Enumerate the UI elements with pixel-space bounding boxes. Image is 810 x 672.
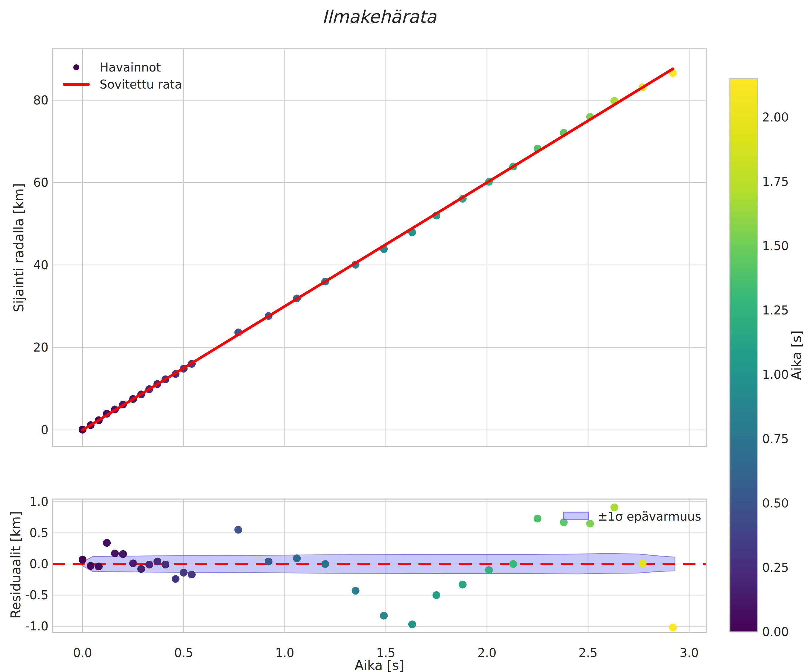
chart-title: Ilmakehärata [52,7,706,27]
x-tick-label: 0.5 [163,646,204,660]
x-tick-label: 2.0 [466,646,508,660]
residual-point [235,526,242,534]
residual-point [145,561,153,569]
residual-point [432,591,440,599]
residual-point [639,559,647,567]
x-tick-label: 0.0 [62,646,103,660]
colorbar-tick-label: 0.75 [762,432,810,446]
legend-label-uncertainty: ±1σ epävarmuus [597,509,701,523]
residual-y-tick-label: -0.5 [0,588,49,602]
residual-point [172,575,179,583]
residual-point [87,562,94,570]
legend-label-fit: Sovitettu rata [100,77,182,91]
colorbar-tick-label: 1.75 [762,174,810,189]
colorbar-tick-label: 1.00 [762,367,810,382]
residual-point [408,621,416,628]
residual-point [321,560,329,568]
residual-point [129,559,137,567]
residual-point [162,561,169,569]
residual-point [293,554,301,562]
legend-label-observations: Havainnot [100,60,161,74]
residual-point [485,566,493,574]
residual-point [95,562,103,570]
residual-y-tick-label: 0.5 [0,526,49,540]
colorbar-gradient [730,79,758,632]
top-y-tick-label: 0 [0,423,49,437]
fit-line [83,69,673,430]
top-y-axis-label: Sijainti radalla [km] [11,183,26,312]
colorbar-tick-label: 0.00 [762,625,810,639]
residual-point [79,555,86,563]
uncertainty-band-swatch-icon [563,512,589,520]
residual-point [180,569,187,577]
residual-point [188,571,196,578]
residual-point [103,539,111,547]
top-y-tick-label: 40 [0,258,49,272]
colorbar-tick-label: 0.50 [762,496,810,510]
residual-point [533,515,542,522]
x-tick-label: 1.0 [264,646,306,660]
observations-marker-icon [73,64,79,70]
fit-line-swatch-icon [63,83,90,86]
top-y-tick-label: 20 [0,340,49,355]
x-tick-label: 1.5 [365,646,407,660]
x-tick-label: 2.5 [567,646,609,660]
residual-y-tick-label: 1.0 [0,495,49,509]
x-tick-label: 3.0 [668,646,710,660]
top-y-tick-label: 80 [0,93,49,107]
residual-point [380,612,388,620]
colorbar-tick-label: 0.25 [762,561,810,575]
figure-canvas: Ilmakehärata Sijainti radalla [km] Resid… [0,0,810,672]
residual-y-tick-label: -1.0 [0,619,49,633]
residual-y-tick-label: 0.0 [0,557,49,571]
residual-point [265,558,272,566]
residual-point [510,560,517,568]
residual-point [137,565,145,573]
residual-point [154,558,161,566]
residual-point [352,587,359,594]
residual-point [586,520,594,527]
residual-point [119,550,127,558]
top-y-tick-label: 60 [0,176,49,190]
colorbar-tick-label: 1.25 [762,303,810,317]
colorbar-tick-label: 1.50 [762,239,810,253]
colorbar-tick-label: 2.00 [762,110,810,125]
chart-graphics [0,0,810,672]
residual-point [459,581,467,589]
residual-point [669,623,677,631]
residual-point [111,550,119,557]
